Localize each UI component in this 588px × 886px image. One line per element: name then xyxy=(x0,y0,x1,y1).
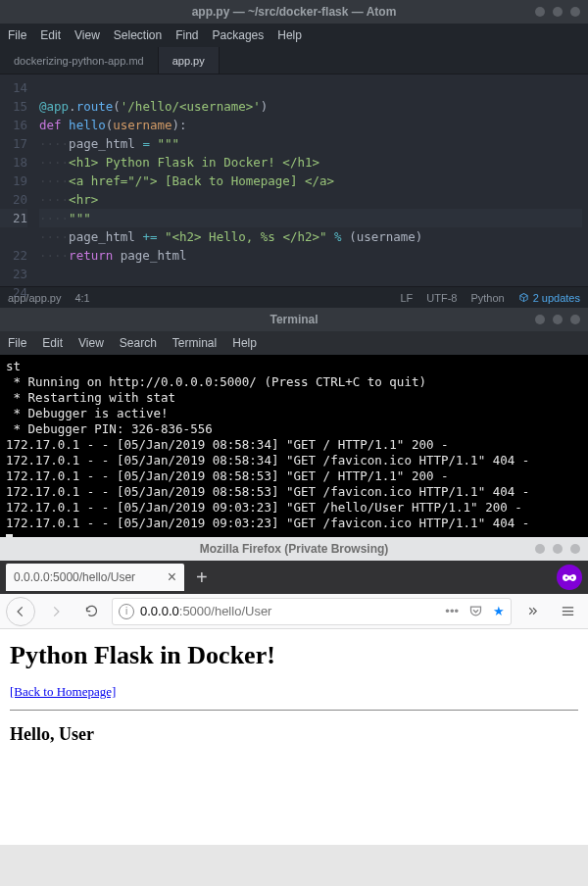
svg-point-0 xyxy=(565,576,567,578)
code-line: ····page_html = """ xyxy=(39,136,179,151)
status-language[interactable]: Python xyxy=(470,292,504,304)
code-line: ····return page_html xyxy=(39,248,187,263)
status-encoding[interactable]: UTF-8 xyxy=(426,292,457,304)
code-line: def hello(username): xyxy=(39,118,187,132)
new-tab-button[interactable]: + xyxy=(188,566,216,589)
code-area[interactable]: @app.route('/hello/<username>') def hell… xyxy=(33,74,588,286)
code-line: ····page_html += "<h2> Hello, %s </h2>" … xyxy=(39,229,422,244)
window-controls[interactable] xyxy=(535,7,580,17)
code-line xyxy=(39,267,47,281)
line-number: 23 xyxy=(13,267,27,281)
forward-button[interactable] xyxy=(41,597,71,626)
firefox-title: Mozilla Firefox (Private Browsing) xyxy=(200,542,389,556)
updates-label: 2 updates xyxy=(533,292,580,304)
page-actions-icon[interactable]: ••• xyxy=(445,604,459,618)
close-icon[interactable] xyxy=(570,7,580,17)
minimize-icon[interactable] xyxy=(535,7,545,17)
menu-help[interactable]: Help xyxy=(277,28,302,42)
menu-terminal[interactable]: Terminal xyxy=(172,336,217,350)
private-mode-icon xyxy=(557,565,582,590)
reload-button[interactable] xyxy=(76,597,106,626)
tab-label: 0.0.0.0:5000/hello/User xyxy=(14,570,135,584)
status-eol[interactable]: LF xyxy=(400,292,413,304)
menu-packages[interactable]: Packages xyxy=(213,28,265,42)
maximize-icon[interactable] xyxy=(553,7,563,17)
close-icon[interactable] xyxy=(570,544,580,554)
status-path: app/app.py xyxy=(8,292,61,304)
chevrons-right-icon xyxy=(526,605,539,617)
tab-label: dockerizing-python-app.md xyxy=(14,55,144,67)
atom-title: app.py — ~/src/docker-flask — Atom xyxy=(192,5,397,19)
menu-selection[interactable]: Selection xyxy=(114,28,162,42)
svg-point-1 xyxy=(571,576,573,578)
hamburger-menu-button[interactable] xyxy=(553,597,582,626)
reload-icon xyxy=(84,604,99,618)
atom-titlebar: app.py — ~/src/docker-flask — Atom xyxy=(0,0,588,24)
status-updates[interactable]: 2 updates xyxy=(518,292,580,304)
menu-file[interactable]: File xyxy=(8,336,26,350)
firefox-tabbar: 0.0.0.0:5000/hello/User × + xyxy=(0,561,588,594)
close-icon[interactable] xyxy=(570,315,580,324)
atom-window: app.py — ~/src/docker-flask — Atom File … xyxy=(0,0,588,308)
page-heading: Python Flask in Docker! xyxy=(10,641,578,670)
menu-search[interactable]: Search xyxy=(120,336,157,350)
info-icon[interactable]: i xyxy=(119,604,134,619)
line-number: 22 xyxy=(13,248,27,263)
package-icon xyxy=(518,292,529,303)
pocket-icon[interactable] xyxy=(468,604,483,618)
menu-file[interactable]: File xyxy=(8,28,26,42)
line-number: 17 xyxy=(13,136,27,151)
tab-label: app.py xyxy=(172,55,205,67)
menu-find[interactable]: Find xyxy=(175,28,198,42)
tab-dockerizing[interactable]: dockerizing-python-app.md xyxy=(0,47,159,74)
divider xyxy=(10,710,578,711)
back-to-homepage-link[interactable]: [Back to Homepage] xyxy=(10,684,116,699)
line-number: 15 xyxy=(13,99,27,114)
window-controls[interactable] xyxy=(535,315,580,324)
terminal-body[interactable]: st * Running on http://0.0.0.0:5000/ (Pr… xyxy=(0,355,588,537)
line-gutter: 1415161718192021222324 xyxy=(0,74,33,286)
firefox-toolbar: i 0.0.0.0:5000/hello/User ••• ★ xyxy=(0,594,588,629)
bookmark-star-icon[interactable]: ★ xyxy=(493,604,505,618)
browser-tab[interactable]: 0.0.0.0:5000/hello/User × xyxy=(6,564,184,591)
page-content: Python Flask in Docker! [Back to Homepag… xyxy=(0,629,588,845)
page-subheading: Hello, User xyxy=(10,724,578,745)
arrow-left-icon xyxy=(14,605,27,618)
atom-tabbar: dockerizing-python-app.md app.py xyxy=(0,47,588,74)
line-number: 16 xyxy=(13,118,27,132)
url-bar[interactable]: i 0.0.0.0:5000/hello/User ••• ★ xyxy=(112,598,512,625)
terminal-titlebar: Terminal xyxy=(0,308,588,331)
menu-icon xyxy=(561,604,575,618)
overflow-button[interactable] xyxy=(517,597,547,626)
line-number: 21 xyxy=(0,209,27,227)
menu-view[interactable]: View xyxy=(78,336,104,350)
firefox-titlebar: Mozilla Firefox (Private Browsing) xyxy=(0,537,588,561)
tab-close-icon[interactable]: × xyxy=(168,569,176,585)
line-number: 19 xyxy=(13,173,27,188)
window-controls[interactable] xyxy=(535,544,580,554)
code-line: ····<h1> Python Flask in Docker! </h1> xyxy=(39,155,319,170)
line-number: 18 xyxy=(13,155,27,170)
tab-app-py[interactable]: app.py xyxy=(159,47,220,74)
menu-view[interactable]: View xyxy=(74,28,100,42)
menu-edit[interactable]: Edit xyxy=(42,336,63,350)
atom-editor[interactable]: 1415161718192021222324 @app.route('/hell… xyxy=(0,74,588,286)
line-number: 14 xyxy=(13,80,27,95)
menu-edit[interactable]: Edit xyxy=(40,28,61,42)
terminal-window: Terminal File Edit View Search Terminal … xyxy=(0,308,588,537)
status-cursor: 4:1 xyxy=(74,292,89,304)
maximize-icon[interactable] xyxy=(553,315,563,324)
minimize-icon[interactable] xyxy=(535,315,545,324)
code-line: @app.route('/hello/<username>') xyxy=(39,99,268,114)
minimize-icon[interactable] xyxy=(535,544,545,554)
back-button[interactable] xyxy=(6,597,35,626)
url-host: 0.0.0.0 xyxy=(140,604,179,618)
arrow-right-icon xyxy=(49,605,63,618)
atom-statusbar: app/app.py 4:1 LF UTF-8 Python 2 updates xyxy=(0,286,588,308)
menu-help[interactable]: Help xyxy=(232,336,257,350)
terminal-title: Terminal xyxy=(270,313,318,326)
line-number: 20 xyxy=(13,192,27,207)
atom-menubar: File Edit View Selection Find Packages H… xyxy=(0,24,588,47)
maximize-icon[interactable] xyxy=(553,544,563,554)
url-path: :5000/hello/User xyxy=(179,604,272,618)
